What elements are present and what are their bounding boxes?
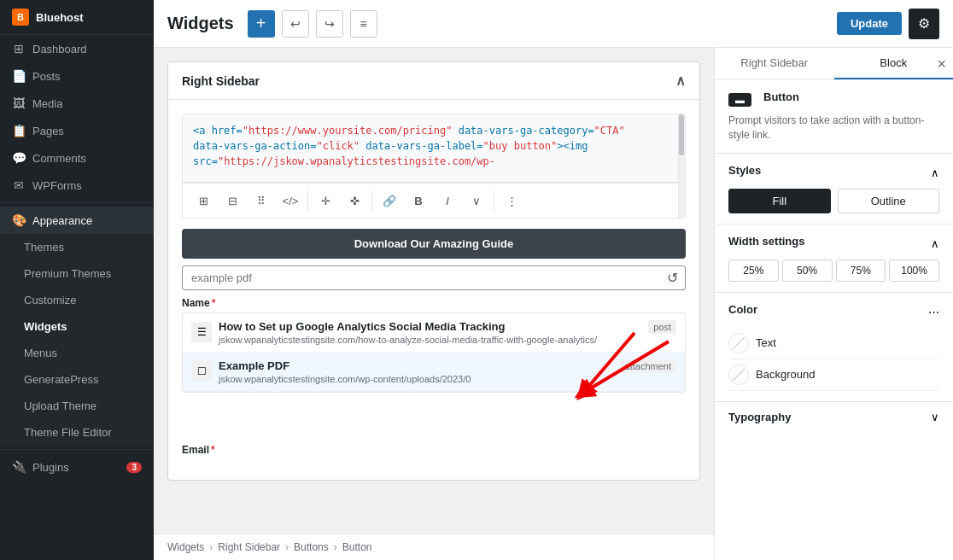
list-view-button[interactable]: ≡ bbox=[350, 10, 377, 38]
scrollbar-thumb[interactable] bbox=[679, 114, 684, 155]
search-results[interactable]: ☰ How to Set up Google Analytics Social … bbox=[182, 312, 686, 393]
sidebar: B Bluehost ⊞ Dashboard 📄 Posts 🖼 Media 📋… bbox=[0, 0, 154, 560]
toolbar-divider bbox=[307, 190, 308, 211]
tab-block[interactable]: Block bbox=[834, 48, 954, 79]
more-options-icon[interactable]: ⋯ bbox=[928, 306, 939, 318]
add-before-button[interactable]: ✛ bbox=[312, 187, 339, 214]
sidebar-item-wpforms[interactable]: ✉ WPForms bbox=[0, 172, 154, 199]
add-block-button[interactable]: + bbox=[248, 10, 275, 38]
width-100-button[interactable]: 100% bbox=[889, 260, 939, 282]
fill-style-button[interactable]: Fill bbox=[728, 189, 831, 213]
sidebar-item-dashboard[interactable]: ⊞ Dashboard bbox=[0, 35, 154, 62]
sidebar-item-label: Comments bbox=[32, 152, 86, 165]
code-editor[interactable]: <a href="https://www.yoursite.com/pricin… bbox=[183, 114, 685, 183]
breadcrumb-item[interactable]: Right Sidebar bbox=[218, 541, 280, 553]
breadcrumb-item[interactable]: Buttons bbox=[294, 541, 329, 553]
redo-button[interactable]: ↪ bbox=[316, 10, 343, 38]
overflow-menu-button[interactable]: ⋮ bbox=[498, 187, 525, 214]
result-title: How to Set up Google Analytics Social Me… bbox=[219, 320, 641, 333]
align-left-button[interactable]: ⊟ bbox=[219, 187, 246, 214]
theme-file-editor-label: Theme File Editor bbox=[24, 426, 112, 439]
drag-handle-button[interactable]: ⠿ bbox=[248, 187, 275, 214]
breadcrumb-item[interactable]: Button bbox=[342, 541, 372, 553]
sidebar-item-theme-file-editor[interactable]: Theme File Editor bbox=[0, 419, 154, 446]
undo-button[interactable]: ↩ bbox=[282, 10, 309, 38]
breadcrumb-item[interactable]: Widgets bbox=[167, 541, 204, 553]
email-field-group: Email * bbox=[182, 444, 686, 456]
close-panel-button[interactable]: × bbox=[937, 56, 946, 72]
width-section: Width settings ∧ 25% 50% 75% 100% bbox=[715, 225, 953, 293]
widget-panel-title: Right Sidebar bbox=[182, 74, 260, 88]
width-50-button[interactable]: 50% bbox=[782, 260, 833, 282]
media-icon: 🖼 bbox=[12, 96, 26, 110]
width-25-button[interactable]: 25% bbox=[728, 260, 779, 282]
sidebar-item-generatepress[interactable]: GeneratePress bbox=[0, 366, 154, 393]
update-button[interactable]: Update bbox=[837, 12, 902, 35]
refresh-icon[interactable]: ↺ bbox=[660, 270, 685, 286]
undo-icon: ↩ bbox=[290, 17, 301, 31]
sidebar-item-pages[interactable]: 📋 Pages bbox=[0, 117, 154, 144]
sidebar-item-customize[interactable]: Customize bbox=[0, 287, 154, 313]
code-view-button[interactable]: </> bbox=[277, 187, 304, 214]
right-panel: Right Sidebar Block × ▬ Button Prompt vi… bbox=[714, 48, 953, 560]
typography-section[interactable]: Typography ∨ bbox=[715, 402, 953, 432]
typography-title: Typography bbox=[728, 411, 791, 423]
width-buttons: 25% 50% 75% 100% bbox=[728, 260, 939, 282]
sidebar-item-posts[interactable]: 📄 Posts bbox=[0, 62, 154, 90]
block-header: ▬ Button bbox=[728, 90, 939, 108]
dashboard-icon: ⊞ bbox=[12, 42, 26, 55]
chevron-up-icon-width[interactable]: ∧ bbox=[931, 237, 939, 250]
scrollbar-track[interactable] bbox=[678, 114, 685, 218]
sidebar-item-appearance[interactable]: 🎨 Appearance bbox=[0, 207, 154, 234]
posts-icon: 📄 bbox=[12, 69, 26, 83]
width-75-button[interactable]: 75% bbox=[836, 260, 886, 282]
link-popup: Download Our Amazing Guide bbox=[182, 229, 686, 259]
sidebar-item-premium-themes[interactable]: Premium Themes bbox=[0, 260, 154, 287]
widgets-label: Widgets bbox=[24, 320, 67, 333]
transform-icon-button[interactable]: ⊞ bbox=[190, 187, 217, 214]
bold-button[interactable]: B bbox=[405, 187, 432, 214]
text-color-row: Text bbox=[728, 328, 939, 359]
link-popup-title: Download Our Amazing Guide bbox=[354, 237, 514, 250]
chevron-up-icon[interactable]: ∧ bbox=[675, 73, 686, 89]
list-item[interactable]: ☰ How to Set up Google Analytics Social … bbox=[183, 313, 685, 353]
styles-title: Styles bbox=[728, 164, 761, 177]
sidebar-brand[interactable]: B Bluehost bbox=[0, 0, 154, 35]
code-editor-area[interactable]: <a href="https://www.yoursite.com/pricin… bbox=[182, 114, 686, 219]
no-color-indicator bbox=[733, 336, 745, 349]
no-bg-color-indicator bbox=[733, 368, 745, 381]
background-color-row: Background bbox=[728, 359, 939, 391]
button-preview: ▬ bbox=[728, 93, 751, 107]
sidebar-item-upload-theme[interactable]: Upload Theme bbox=[0, 393, 154, 419]
breadcrumb-sep: › bbox=[209, 541, 213, 553]
code-text-3: src="https://jskow.wpanalyticstestingsit… bbox=[193, 155, 495, 167]
text-color-swatch[interactable] bbox=[728, 333, 749, 353]
add-after-button[interactable]: ✜ bbox=[341, 187, 368, 214]
block-title: Button bbox=[763, 90, 799, 103]
link-button[interactable]: 🔗 bbox=[376, 187, 403, 214]
chevron-up-icon-styles[interactable]: ∧ bbox=[931, 166, 939, 179]
link-search-row: ↺ bbox=[182, 265, 686, 290]
outline-style-button[interactable]: Outline bbox=[838, 189, 940, 213]
list-item[interactable]: ☐ Example PDF jskow.wpanalyticstestingsi… bbox=[183, 353, 685, 392]
settings-button[interactable]: ⚙ bbox=[909, 9, 939, 39]
toolbar-divider-2 bbox=[371, 190, 372, 211]
bluehost-logo: B bbox=[12, 9, 29, 26]
name-field-group: Name * ☰ How to Set up Google Analytics … bbox=[182, 297, 686, 393]
post-icon: ☰ bbox=[191, 322, 212, 342]
link-search-input[interactable] bbox=[183, 266, 660, 289]
sidebar-item-media[interactable]: 🖼 Media bbox=[0, 90, 154, 117]
sidebar-item-widgets[interactable]: Widgets bbox=[0, 313, 154, 340]
sidebar-brand-label: Bluehost bbox=[36, 11, 84, 24]
generatepress-label: GeneratePress bbox=[24, 373, 98, 386]
search-result-content: How to Set up Google Analytics Social Me… bbox=[219, 320, 641, 345]
sidebar-item-themes[interactable]: Themes bbox=[0, 234, 154, 260]
sidebar-item-menus[interactable]: Menus bbox=[0, 340, 154, 366]
italic-button[interactable]: I bbox=[434, 187, 461, 214]
background-color-swatch[interactable] bbox=[728, 365, 749, 385]
sidebar-item-comments[interactable]: 💬 Comments bbox=[0, 144, 154, 172]
more-options-button[interactable]: ∨ bbox=[463, 187, 490, 214]
sidebar-item-label: Media bbox=[32, 97, 62, 110]
tab-right-sidebar[interactable]: Right Sidebar bbox=[715, 48, 834, 79]
sidebar-item-plugins[interactable]: 🔌 Plugins 3 bbox=[0, 453, 154, 481]
